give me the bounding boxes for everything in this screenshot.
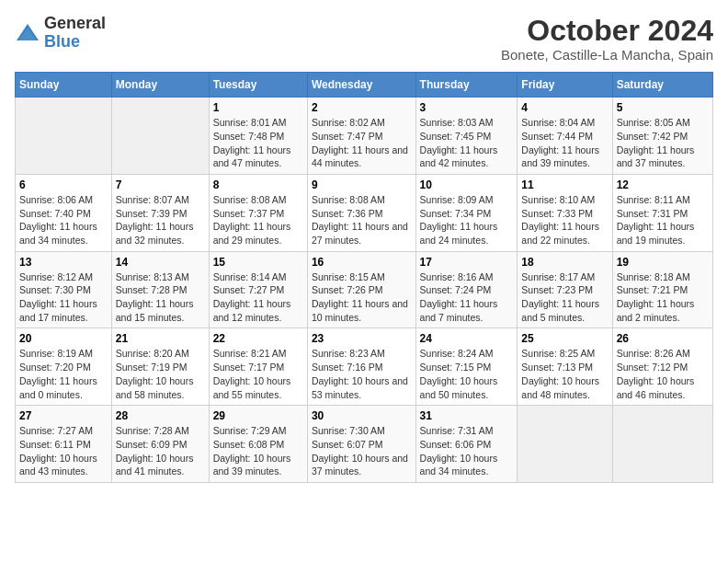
calendar-week-4: 20Sunrise: 8:19 AMSunset: 7:20 PMDayligh… [16, 328, 713, 406]
calendar-cell: 22Sunrise: 8:21 AMSunset: 7:17 PMDayligh… [209, 328, 307, 406]
day-number: 9 [312, 178, 412, 191]
day-number: 3 [420, 101, 514, 114]
page-title: October 2024 [501, 15, 713, 47]
calendar-cell: 19Sunrise: 8:18 AMSunset: 7:21 PMDayligh… [612, 251, 712, 328]
calendar-cell: 6Sunrise: 8:06 AMSunset: 7:40 PMDaylight… [16, 174, 112, 251]
calendar-week-5: 27Sunrise: 7:27 AMSunset: 6:11 PMDayligh… [16, 406, 713, 483]
calendar-cell: 29Sunrise: 7:29 AMSunset: 6:08 PMDayligh… [209, 406, 307, 483]
day-info: Sunrise: 8:01 AMSunset: 7:48 PMDaylight:… [213, 117, 291, 168]
calendar-cell: 23Sunrise: 8:23 AMSunset: 7:16 PMDayligh… [307, 328, 415, 406]
day-number: 18 [521, 256, 608, 269]
day-number: 24 [420, 332, 514, 345]
day-info: Sunrise: 8:02 AMSunset: 7:47 PMDaylight:… [312, 117, 408, 168]
day-info: Sunrise: 8:08 AMSunset: 7:37 PMDaylight:… [213, 194, 291, 246]
calendar-cell: 2Sunrise: 8:02 AMSunset: 7:47 PMDaylight… [307, 98, 415, 175]
calendar-cell: 17Sunrise: 8:16 AMSunset: 7:24 PMDayligh… [415, 251, 518, 328]
day-info: Sunrise: 7:31 AMSunset: 6:06 PMDaylight:… [420, 425, 498, 477]
calendar-cell: 5Sunrise: 8:05 AMSunset: 7:42 PMDaylight… [612, 98, 712, 175]
day-info: Sunrise: 8:12 AMSunset: 7:30 PMDaylight:… [19, 271, 97, 323]
day-info: Sunrise: 7:27 AMSunset: 6:11 PMDaylight:… [19, 425, 97, 477]
day-number: 22 [213, 332, 303, 345]
day-info: Sunrise: 8:14 AMSunset: 7:27 PMDaylight:… [213, 271, 291, 323]
day-number: 1 [213, 101, 303, 114]
day-number: 2 [312, 101, 412, 114]
calendar-cell: 26Sunrise: 8:26 AMSunset: 7:12 PMDayligh… [612, 328, 712, 406]
calendar-table: SundayMondayTuesdayWednesdayThursdayFrid… [15, 72, 713, 483]
day-number: 13 [19, 256, 108, 269]
calendar-cell: 31Sunrise: 7:31 AMSunset: 6:06 PMDayligh… [415, 406, 518, 483]
logo: General Blue [15, 15, 106, 52]
day-number: 10 [420, 178, 514, 191]
day-info: Sunrise: 7:29 AMSunset: 6:08 PMDaylight:… [213, 425, 291, 477]
header-tuesday: Tuesday [209, 73, 307, 98]
calendar-cell: 10Sunrise: 8:09 AMSunset: 7:34 PMDayligh… [415, 174, 518, 251]
day-number: 11 [521, 178, 608, 191]
header-friday: Friday [518, 73, 612, 98]
day-number: 14 [116, 256, 205, 269]
calendar-header-row: SundayMondayTuesdayWednesdayThursdayFrid… [16, 73, 713, 98]
day-info: Sunrise: 8:15 AMSunset: 7:26 PMDaylight:… [312, 271, 408, 323]
day-number: 26 [617, 332, 709, 345]
day-info: Sunrise: 8:10 AMSunset: 7:33 PMDaylight:… [521, 194, 599, 246]
calendar-cell: 30Sunrise: 7:30 AMSunset: 6:07 PMDayligh… [307, 406, 415, 483]
page-subtitle: Bonete, Castille-La Mancha, Spain [501, 47, 713, 63]
calendar-cell: 28Sunrise: 7:28 AMSunset: 6:09 PMDayligh… [111, 406, 209, 483]
day-info: Sunrise: 8:07 AMSunset: 7:39 PMDaylight:… [116, 194, 194, 246]
day-number: 12 [617, 178, 709, 191]
title-block: October 2024 Bonete, Castille-La Mancha,… [501, 15, 713, 63]
day-info: Sunrise: 7:30 AMSunset: 6:07 PMDaylight:… [312, 425, 408, 477]
day-info: Sunrise: 8:18 AMSunset: 7:21 PMDaylight:… [617, 271, 695, 323]
calendar-cell [16, 98, 112, 175]
calendar-cell [518, 406, 612, 483]
header-thursday: Thursday [415, 73, 518, 98]
day-number: 30 [312, 409, 412, 422]
day-info: Sunrise: 8:21 AMSunset: 7:17 PMDaylight:… [213, 348, 291, 399]
day-number: 19 [617, 256, 709, 269]
calendar-cell: 14Sunrise: 8:13 AMSunset: 7:28 PMDayligh… [111, 251, 209, 328]
day-number: 4 [521, 101, 608, 114]
calendar-cell: 3Sunrise: 8:03 AMSunset: 7:45 PMDaylight… [415, 98, 518, 175]
day-number: 27 [19, 409, 108, 422]
calendar-cell: 9Sunrise: 8:08 AMSunset: 7:36 PMDaylight… [307, 174, 415, 251]
day-number: 17 [420, 256, 514, 269]
day-info: Sunrise: 8:03 AMSunset: 7:45 PMDaylight:… [420, 117, 498, 168]
day-info: Sunrise: 8:04 AMSunset: 7:44 PMDaylight:… [521, 117, 599, 168]
day-info: Sunrise: 8:16 AMSunset: 7:24 PMDaylight:… [420, 271, 498, 323]
header-wednesday: Wednesday [307, 73, 415, 98]
day-number: 7 [116, 178, 205, 191]
calendar-cell: 13Sunrise: 8:12 AMSunset: 7:30 PMDayligh… [16, 251, 112, 328]
day-number: 5 [617, 101, 709, 114]
day-info: Sunrise: 8:23 AMSunset: 7:16 PMDaylight:… [312, 348, 408, 399]
calendar-cell: 21Sunrise: 8:20 AMSunset: 7:19 PMDayligh… [111, 328, 209, 406]
day-number: 29 [213, 409, 303, 422]
calendar-week-3: 13Sunrise: 8:12 AMSunset: 7:30 PMDayligh… [16, 251, 713, 328]
calendar-cell [111, 98, 209, 175]
calendar-cell: 12Sunrise: 8:11 AMSunset: 7:31 PMDayligh… [612, 174, 712, 251]
day-number: 25 [521, 332, 608, 345]
day-info: Sunrise: 8:06 AMSunset: 7:40 PMDaylight:… [19, 194, 97, 246]
day-number: 28 [116, 409, 205, 422]
day-info: Sunrise: 8:05 AMSunset: 7:42 PMDaylight:… [617, 117, 695, 168]
day-info: Sunrise: 8:24 AMSunset: 7:15 PMDaylight:… [420, 348, 498, 399]
day-info: Sunrise: 7:28 AMSunset: 6:09 PMDaylight:… [116, 425, 194, 477]
calendar-cell: 8Sunrise: 8:08 AMSunset: 7:37 PMDaylight… [209, 174, 307, 251]
day-info: Sunrise: 8:25 AMSunset: 7:13 PMDaylight:… [521, 348, 599, 399]
calendar-cell: 24Sunrise: 8:24 AMSunset: 7:15 PMDayligh… [415, 328, 518, 406]
day-info: Sunrise: 8:11 AMSunset: 7:31 PMDaylight:… [617, 194, 695, 246]
day-info: Sunrise: 8:13 AMSunset: 7:28 PMDaylight:… [116, 271, 194, 323]
day-info: Sunrise: 8:09 AMSunset: 7:34 PMDaylight:… [420, 194, 498, 246]
calendar-cell: 18Sunrise: 8:17 AMSunset: 7:23 PMDayligh… [518, 251, 612, 328]
calendar-cell: 4Sunrise: 8:04 AMSunset: 7:44 PMDaylight… [518, 98, 612, 175]
calendar-cell: 11Sunrise: 8:10 AMSunset: 7:33 PMDayligh… [518, 174, 612, 251]
logo-text: General Blue [44, 15, 106, 52]
day-info: Sunrise: 8:17 AMSunset: 7:23 PMDaylight:… [521, 271, 599, 323]
day-info: Sunrise: 8:26 AMSunset: 7:12 PMDaylight:… [617, 348, 695, 399]
calendar-week-1: 1Sunrise: 8:01 AMSunset: 7:48 PMDaylight… [16, 98, 713, 175]
logo-blue: Blue [44, 32, 80, 51]
day-info: Sunrise: 8:19 AMSunset: 7:20 PMDaylight:… [19, 348, 97, 399]
calendar-week-2: 6Sunrise: 8:06 AMSunset: 7:40 PMDaylight… [16, 174, 713, 251]
day-number: 23 [312, 332, 412, 345]
calendar-cell: 27Sunrise: 7:27 AMSunset: 6:11 PMDayligh… [16, 406, 112, 483]
calendar-cell: 20Sunrise: 8:19 AMSunset: 7:20 PMDayligh… [16, 328, 112, 406]
calendar-cell: 25Sunrise: 8:25 AMSunset: 7:13 PMDayligh… [518, 328, 612, 406]
